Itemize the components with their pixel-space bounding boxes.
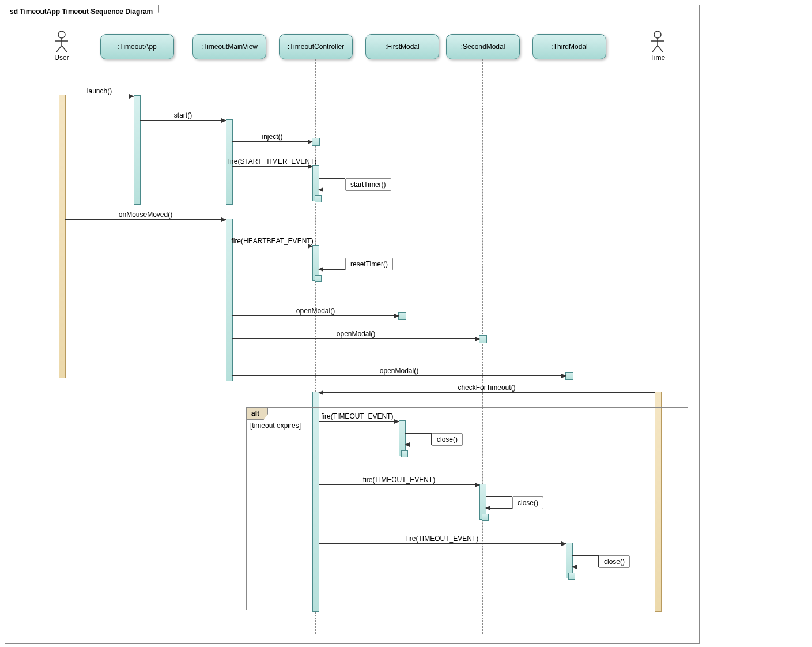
fragment-alt: alt [timeout expires] [246, 407, 688, 610]
svg-point-5 [654, 31, 661, 38]
msg-label: fire(TIMEOUT_EVENT) [406, 535, 478, 543]
svg-line-9 [658, 46, 663, 52]
self-arrow-close-second [486, 496, 512, 508]
msg-fire-timeout-first: fire(TIMEOUT_EVENT) [319, 421, 399, 422]
self-arrow-reset-timer [319, 258, 345, 269]
msg-onmousemoved: onMouseMoved() [65, 219, 226, 220]
msg-check-for-timeout: checkForTimeout() [319, 392, 655, 393]
lifeline-timeoutapp: :TimeoutApp [100, 34, 174, 59]
actor-time-label: Time [640, 54, 675, 62]
activation-term-2 [315, 275, 322, 282]
msg-label: checkForTimeout() [458, 383, 515, 392]
activation-term-1 [315, 195, 322, 202]
self-arrow-start-timer [319, 178, 345, 190]
lifeline-thirdmodal: :ThirdModal [532, 34, 606, 59]
self-arrow-close-first [405, 433, 432, 445]
svg-point-0 [58, 31, 65, 38]
activation-secondmodal-open [479, 335, 487, 343]
lifeline-secondmodal: :SecondModal [446, 34, 520, 59]
msg-openmodal-third: openModal() [232, 375, 566, 376]
activation-thirdmodal-open [565, 372, 573, 380]
person-icon [649, 31, 666, 52]
actor-user: User [44, 31, 79, 62]
fragment-alt-guard: [timeout expires] [250, 422, 301, 430]
msg-label: fire(HEARTBEAT_EVENT) [231, 237, 313, 245]
msg-label: fire(TIMEOUT_EVENT) [321, 412, 393, 420]
msg-fire-timeout-third: fire(TIMEOUT_EVENT) [319, 543, 566, 544]
msg-inject: inject() [232, 141, 312, 142]
msg-label: fire(START_TIMER_EVENT) [228, 157, 317, 165]
self-arrow-close-third [572, 555, 599, 567]
msg-label: openModal() [337, 330, 375, 338]
lifeline-firstmodal: :FirstModal [365, 34, 439, 59]
msg-close-first-self: close() [432, 433, 463, 446]
diagram-frame: sd TimeoutApp Timeout Sequence Diagram U… [5, 5, 700, 644]
lifeline-timeoutmainview: :TimeoutMainView [192, 34, 266, 59]
msg-fire-timeout-second: fire(TIMEOUT_EVENT) [319, 484, 479, 485]
msg-start: start() [140, 120, 226, 121]
activation-timeoutapp [134, 95, 141, 205]
msg-label: inject() [262, 133, 282, 141]
actor-user-label: User [44, 54, 79, 62]
actor-time: Time [640, 31, 675, 62]
msg-start-timer-self: startTimer() [345, 178, 391, 191]
svg-line-3 [56, 46, 62, 52]
msg-fire-start-timer: fire(START_TIMER_EVENT) [232, 166, 312, 167]
msg-reset-timer-self: resetTimer() [345, 258, 393, 270]
svg-line-8 [652, 46, 658, 52]
sequence-diagram-canvas: sd TimeoutApp Timeout Sequence Diagram U… [0, 0, 812, 647]
msg-label: start() [174, 111, 192, 119]
diagram-title: sd TimeoutApp Timeout Sequence Diagram [5, 5, 159, 18]
msg-label: launch() [87, 87, 112, 95]
msg-close-second-self: close() [512, 496, 543, 509]
activation-firstmodal-open [398, 312, 406, 320]
lifeline-timeoutcontroller: :TimeoutController [279, 34, 353, 59]
msg-fire-heartbeat: fire(HEARTBEAT_EVENT) [232, 246, 312, 246]
msg-label: onMouseMoved() [119, 210, 172, 219]
msg-label: openModal() [380, 367, 418, 375]
msg-close-third-self: close() [599, 555, 630, 568]
activation-user [59, 95, 66, 378]
msg-label: openModal() [296, 307, 335, 315]
svg-line-4 [62, 46, 67, 52]
activation-controller-inject [312, 138, 320, 146]
msg-launch: launch() [65, 96, 134, 96]
msg-label: fire(TIMEOUT_EVENT) [363, 476, 435, 484]
msg-openmodal-first: openModal() [232, 315, 399, 316]
msg-openmodal-second: openModal() [232, 338, 479, 339]
fragment-alt-label: alt [246, 407, 268, 420]
person-icon [54, 31, 70, 52]
